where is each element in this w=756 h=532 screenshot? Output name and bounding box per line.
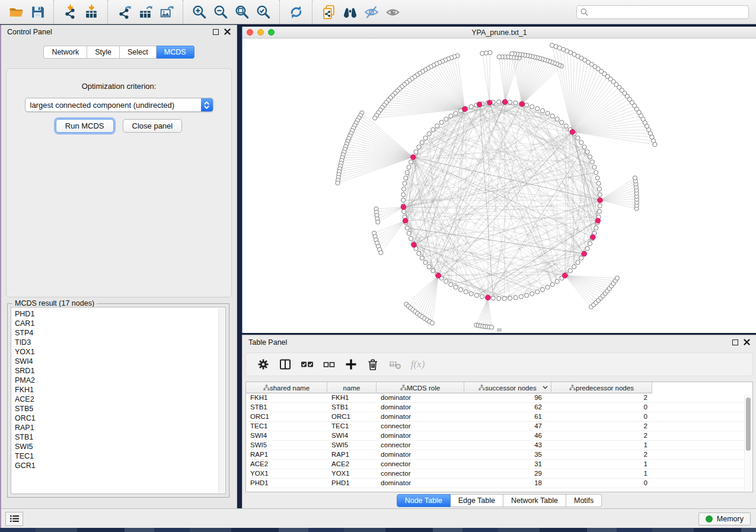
import-table-button[interactable]	[81, 2, 102, 21]
mcds-hub-node[interactable]	[519, 101, 525, 107]
ring-node[interactable]	[401, 187, 406, 191]
result-node-item[interactable]: TID3	[15, 338, 225, 347]
refresh-layout-button[interactable]	[285, 2, 307, 21]
ring-node[interactable]	[431, 268, 435, 273]
ring-node[interactable]	[596, 181, 601, 185]
close-panel-icon[interactable]	[224, 28, 231, 35]
ring-node[interactable]	[555, 117, 559, 121]
delete-column-button[interactable]	[363, 355, 382, 373]
ring-node[interactable]	[449, 114, 453, 118]
result-node-item[interactable]: PMA2	[15, 376, 225, 385]
ring-node[interactable]	[590, 160, 594, 164]
ring-node[interactable]	[576, 136, 580, 140]
leaf-node[interactable]	[430, 321, 434, 325]
ring-node[interactable]	[502, 296, 506, 300]
ring-node[interactable]	[582, 145, 586, 149]
ring-node[interactable]	[585, 246, 589, 251]
ring-node[interactable]	[588, 242, 592, 246]
ring-node[interactable]	[598, 193, 602, 197]
ring-node[interactable]	[568, 268, 572, 273]
hide-selected-button[interactable]	[361, 2, 382, 21]
export-network-button[interactable]	[113, 2, 135, 21]
ring-node[interactable]	[401, 209, 406, 213]
table-row[interactable]: ACE2ACE2connector311	[246, 460, 752, 469]
leaf-node[interactable]	[510, 52, 514, 56]
ring-node[interactable]	[407, 165, 411, 169]
leaf-node[interactable]	[379, 251, 383, 255]
leaf-node[interactable]	[376, 220, 380, 224]
ring-node[interactable]	[525, 103, 529, 107]
ring-node[interactable]	[540, 108, 544, 113]
ring-node[interactable]	[508, 100, 512, 104]
float-panel-icon[interactable]	[213, 29, 219, 35]
ring-node[interactable]	[550, 114, 554, 118]
select-all-checks-button[interactable]	[297, 355, 317, 373]
leaf-node[interactable]	[373, 116, 377, 120]
ring-node[interactable]	[401, 193, 406, 197]
deselect-all-checks-button[interactable]	[319, 355, 339, 373]
ring-node[interactable]	[427, 265, 431, 269]
mcds-hub-node[interactable]	[403, 218, 408, 223]
zoom-out-button[interactable]	[210, 2, 231, 21]
splitter-handle[interactable]	[497, 328, 502, 332]
table-row[interactable]: STB1STB1dominator620	[246, 403, 752, 412]
ring-node[interactable]	[403, 181, 407, 185]
table-scrollbar-thumb[interactable]	[746, 398, 751, 451]
column-header-MCDS-role[interactable]: MCDS role	[377, 382, 464, 393]
mcds-hub-node[interactable]	[486, 295, 491, 300]
tab-mcds[interactable]: MCDS	[157, 46, 194, 59]
result-node-item[interactable]: STP4	[15, 328, 225, 338]
result-node-item[interactable]: PHD1	[15, 309, 225, 319]
ring-node[interactable]	[458, 287, 462, 291]
leaf-node[interactable]	[550, 43, 554, 47]
ring-node[interactable]	[513, 296, 518, 300]
ring-node[interactable]	[409, 236, 413, 241]
column-header-shared-name[interactable]: shared name	[246, 382, 327, 393]
mcds-hub-node[interactable]	[412, 242, 417, 248]
tab-network[interactable]: Network	[43, 46, 87, 59]
ring-node[interactable]	[535, 107, 540, 111]
result-node-item[interactable]: ACE2	[15, 395, 225, 404]
ring-node[interactable]	[469, 291, 473, 296]
ring-node[interactable]	[474, 293, 479, 297]
zoom-selected-button[interactable]	[253, 2, 274, 21]
ring-node[interactable]	[420, 256, 424, 260]
ring-node[interactable]	[508, 296, 512, 300]
mcds-hub-node[interactable]	[487, 100, 492, 105]
ring-node[interactable]	[550, 283, 554, 287]
ring-node[interactable]	[497, 100, 501, 104]
ring-node[interactable]	[530, 105, 534, 109]
result-node-item[interactable]: YOX1	[15, 347, 225, 357]
ring-node[interactable]	[597, 209, 601, 213]
ring-node[interactable]	[560, 120, 564, 124]
ring-node[interactable]	[579, 256, 583, 260]
search-input[interactable]	[591, 8, 745, 16]
table-row[interactable]: ORC1ORC1dominator610	[246, 412, 752, 422]
ring-node[interactable]	[439, 120, 444, 124]
ring-node[interactable]	[594, 171, 598, 175]
mcds-hub-node[interactable]	[598, 198, 603, 203]
ring-node[interactable]	[595, 176, 599, 180]
result-node-item[interactable]: GCR1	[15, 461, 225, 470]
ring-node[interactable]	[519, 294, 523, 299]
table-row[interactable]: FKH1FKH1dominator962	[246, 393, 752, 403]
ring-node[interactable]	[530, 291, 534, 296]
mcds-hub-node[interactable]	[595, 218, 601, 223]
leaf-node[interactable]	[615, 276, 619, 280]
tab-style[interactable]: Style	[87, 46, 120, 59]
result-node-item[interactable]: SWI4	[15, 357, 225, 366]
ring-node[interactable]	[417, 251, 421, 255]
result-node-item[interactable]: FKH1	[15, 385, 225, 395]
result-node-item[interactable]: RAP1	[15, 423, 225, 432]
ring-node[interactable]	[454, 111, 458, 116]
mcds-hub-node[interactable]	[582, 251, 587, 257]
ring-node[interactable]	[480, 294, 484, 299]
result-node-item[interactable]: ORC1	[15, 414, 225, 423]
ring-node[interactable]	[572, 265, 576, 269]
ring-node[interactable]	[449, 283, 453, 287]
ring-node[interactable]	[405, 226, 409, 230]
criterion-dropdown[interactable]: largest connected component (undirected)	[25, 98, 213, 112]
tab-motifs[interactable]: Motifs	[566, 494, 602, 507]
table-row[interactable]: RAP1RAP1dominator352	[246, 450, 752, 460]
ring-node[interactable]	[454, 285, 458, 289]
